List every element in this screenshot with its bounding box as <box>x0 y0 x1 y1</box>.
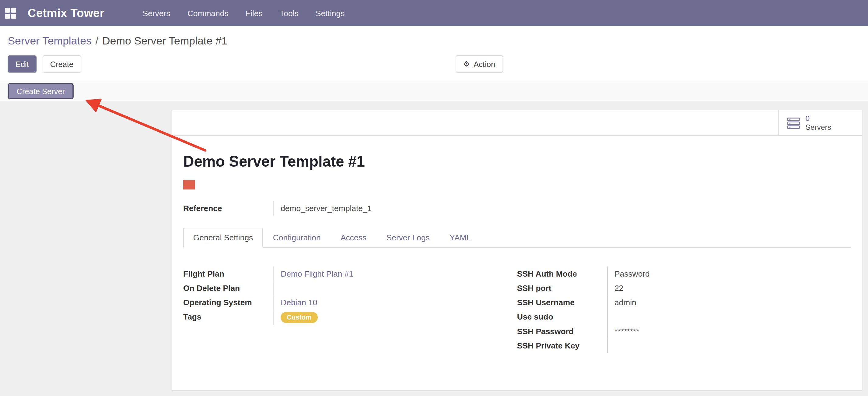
sheet-body: Demo Server Template #1 Reference demo_s… <box>172 153 862 353</box>
servers-stat-button[interactable]: 0 Servers <box>778 110 862 135</box>
apps-grid-icon[interactable] <box>5 8 16 19</box>
menu-item-servers[interactable]: Servers <box>140 5 173 21</box>
apps-grid-square <box>11 14 16 19</box>
action-button[interactable]: ⚙ Action <box>456 55 503 73</box>
menu-item-files[interactable]: Files <box>243 5 266 21</box>
servers-icon <box>787 117 800 129</box>
field-label: Reference <box>183 201 274 215</box>
page: Cetmix Tower Servers Commands Files Tool… <box>0 0 868 396</box>
tab-yaml[interactable]: YAML <box>440 228 481 248</box>
tag-pill: Custom <box>281 312 317 323</box>
right-field-group: SSH Auth Mode Password SSH port 22 SSH U… <box>517 266 851 353</box>
apps-grid-square <box>5 14 10 19</box>
field-label: Flight Plan <box>183 266 274 281</box>
breadcrumb: Server Templates/Demo Server Template #1 <box>8 34 227 47</box>
field-row-reference: Reference demo_server_template_1 <box>183 201 402 215</box>
field-label: Operating System <box>183 295 274 310</box>
form-sheet: 0 Servers Demo Server Template #1 Refere… <box>172 110 863 391</box>
tab-general-settings[interactable]: General Settings <box>183 228 263 248</box>
tab-configuration[interactable]: Configuration <box>263 228 331 248</box>
menu-item-tools[interactable]: Tools <box>277 5 301 21</box>
gear-icon: ⚙ <box>463 60 470 67</box>
field-label: SSH Password <box>517 324 608 338</box>
color-swatch[interactable] <box>183 180 195 190</box>
control-panel: Server Templates/Demo Server Template #1… <box>0 26 868 81</box>
breadcrumb-parent-link[interactable]: Server Templates <box>8 34 91 47</box>
reference-group: Reference demo_server_template_1 <box>183 201 402 215</box>
field-row-operating-system: Operating System Debian 10 <box>183 295 402 310</box>
breadcrumb-separator: / <box>96 34 99 47</box>
field-label: SSH Username <box>517 295 608 310</box>
top-menu: Servers Commands Files Tools Settings <box>140 5 359 21</box>
ssh-port-value: 22 <box>608 281 736 295</box>
field-label: Use sudo <box>517 310 608 324</box>
menu-item-commands[interactable]: Commands <box>185 5 231 21</box>
tags-value: Custom <box>274 310 402 325</box>
field-row-ssh-username: SSH Username admin <box>517 295 736 310</box>
sheet-topbar: 0 Servers <box>172 110 862 136</box>
on-delete-plan-value <box>274 281 402 295</box>
stat-text: 0 Servers <box>805 114 831 132</box>
ssh-password-value: ******** <box>608 324 736 338</box>
stat-value: 0 <box>805 114 831 123</box>
app-brand[interactable]: Cetmix Tower <box>28 6 104 20</box>
field-row-flight-plan: Flight Plan Demo Flight Plan #1 <box>183 266 402 281</box>
field-label: On Delete Plan <box>183 281 274 295</box>
content-area: 0 Servers Demo Server Template #1 Refere… <box>0 102 868 396</box>
ssh-username-value: admin <box>608 295 736 310</box>
left-field-group: Flight Plan Demo Flight Plan #1 On Delet… <box>183 266 517 353</box>
tab-page-general-settings: Flight Plan Demo Flight Plan #1 On Delet… <box>183 248 851 353</box>
notebook-tabs: General Settings Configuration Access Se… <box>183 228 851 248</box>
action-button-label: Action <box>473 60 495 68</box>
button-row: Edit Create ⚙ Action <box>8 55 868 73</box>
tab-access[interactable]: Access <box>331 228 376 248</box>
field-row-ssh-private-key: SSH Private Key <box>517 338 736 353</box>
form-header-strip: Create Server <box>0 81 868 101</box>
field-row-ssh-auth-mode: SSH Auth Mode Password <box>517 266 736 281</box>
field-label: Tags <box>183 310 274 325</box>
field-row-tags: Tags Custom <box>183 310 402 325</box>
use-sudo-value <box>608 310 736 324</box>
apps-grid-square <box>11 8 16 12</box>
field-label: SSH port <box>517 281 608 295</box>
ssh-auth-mode-value: Password <box>608 266 736 281</box>
ssh-private-key-value <box>608 338 736 353</box>
field-label: SSH Private Key <box>517 338 608 353</box>
field-row-on-delete-plan: On Delete Plan <box>183 281 402 295</box>
apps-grid-square <box>5 8 10 12</box>
create-server-button[interactable]: Create Server <box>8 83 74 99</box>
field-row-ssh-port: SSH port 22 <box>517 281 736 295</box>
field-label: SSH Auth Mode <box>517 266 608 281</box>
top-navbar: Cetmix Tower Servers Commands Files Tool… <box>0 0 868 26</box>
tab-server-logs[interactable]: Server Logs <box>376 228 440 248</box>
create-button[interactable]: Create <box>42 55 81 73</box>
edit-button[interactable]: Edit <box>8 55 36 73</box>
menu-item-settings[interactable]: Settings <box>313 5 347 21</box>
field-row-use-sudo: Use sudo <box>517 310 736 324</box>
flight-plan-link[interactable]: Demo Flight Plan #1 <box>274 266 402 281</box>
reference-value: demo_server_template_1 <box>274 201 402 215</box>
operating-system-link[interactable]: Debian 10 <box>274 295 402 310</box>
page-title: Demo Server Template #1 <box>183 153 851 171</box>
stat-label: Servers <box>805 123 831 132</box>
field-row-ssh-password: SSH Password ******** <box>517 324 736 338</box>
breadcrumb-current: Demo Server Template #1 <box>102 34 227 47</box>
